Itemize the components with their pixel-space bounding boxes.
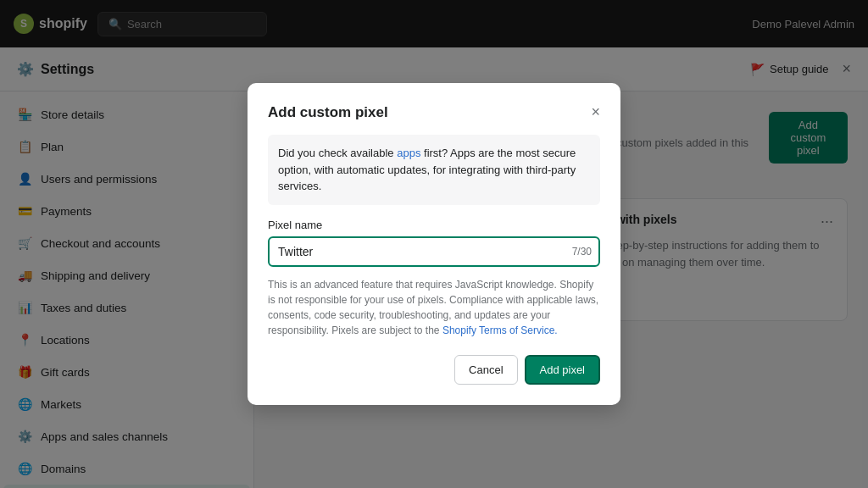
modal-overlay[interactable]: Add custom pixel × Did you check availab… <box>0 0 868 488</box>
add-pixel-button[interactable]: Add pixel <box>525 355 600 385</box>
modal-title: Add custom pixel <box>268 104 388 121</box>
modal-header: Add custom pixel × <box>268 103 600 121</box>
modal-disclaimer: This is an advanced feature that require… <box>268 277 600 338</box>
char-count: 7/30 <box>572 246 592 258</box>
info-text-before: Did you check available <box>278 147 397 159</box>
cancel-button[interactable]: Cancel <box>454 355 517 385</box>
pixel-name-label: Pixel name <box>268 219 600 231</box>
modal-info-box: Did you check available apps first? Apps… <box>268 135 600 205</box>
modal-actions: Cancel Add pixel <box>268 355 600 385</box>
add-custom-pixel-modal: Add custom pixel × Did you check availab… <box>248 83 620 405</box>
apps-link[interactable]: apps <box>397 147 420 159</box>
terms-of-service-link[interactable]: Shopify Terms of Service. <box>442 324 558 336</box>
pixel-name-field-wrap: 7/30 <box>268 236 600 267</box>
pixel-name-input[interactable] <box>268 236 600 267</box>
modal-close-button[interactable]: × <box>591 103 600 121</box>
